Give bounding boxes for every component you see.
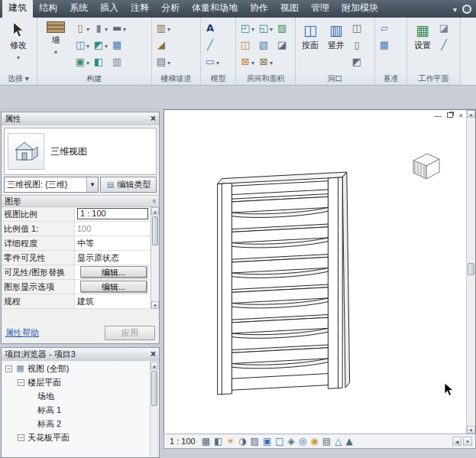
scroll-up-icon[interactable]: ▲ [467, 110, 475, 118]
canvas-horizontal-scrollbar[interactable]: ◀ ▼ [452, 437, 472, 446]
tree-item-level-2[interactable]: 标高 2 [2, 417, 149, 430]
project-browser-header[interactable]: 项目浏览器 - 项目3 × [2, 348, 159, 361]
tab-analyze[interactable]: 分析 [155, 0, 186, 18]
area-boundary-button[interactable] [257, 37, 274, 53]
railing-button[interactable] [154, 20, 171, 36]
modify-button[interactable]: 修改 [2, 20, 34, 62]
curtain-system-button[interactable] [110, 37, 127, 53]
dormer-opening-button[interactable] [350, 54, 364, 70]
scroll-down-corner-icon[interactable]: ▼ [463, 437, 472, 446]
wall-opening-button[interactable] [350, 20, 364, 36]
scroll-down-icon[interactable]: ▼ [467, 426, 475, 434]
vertical-opening-button[interactable] [350, 37, 364, 53]
graphic-display-edit-button[interactable]: 编辑... [80, 281, 147, 292]
model-text-button[interactable] [203, 20, 220, 36]
minimize-icon[interactable]: — [434, 112, 442, 120]
properties-scrollbar[interactable]: ▲ ▼ [151, 207, 159, 309]
temporary-hide-isolate-icon[interactable]: ◎ [299, 436, 306, 447]
wall-button[interactable]: 墙 [40, 20, 72, 57]
graphics-section-header[interactable]: 图形 « [2, 195, 159, 207]
tab-view[interactable]: 视图 [274, 0, 305, 18]
tab-addins[interactable]: 附加模块 [335, 0, 384, 18]
detail-level-icon[interactable]: ▦ [202, 436, 210, 447]
parts-visibility-value[interactable]: 显示原状态 [75, 251, 150, 265]
scroll-up-icon[interactable]: ▲ [151, 207, 159, 215]
tree-item-floor-plans[interactable]: 楼层平面 [2, 375, 149, 389]
detail-level-value[interactable]: 中等 [75, 236, 150, 250]
roof-button[interactable] [92, 37, 108, 53]
show-workplane-button[interactable] [437, 20, 451, 36]
view-scale-input[interactable]: 1 : 100 [77, 208, 148, 219]
apply-button[interactable]: 应用 [105, 326, 155, 340]
tree-expander-icon[interactable] [5, 365, 12, 372]
tab-insert[interactable]: 插入 [94, 0, 125, 18]
tag-area-button[interactable] [257, 54, 274, 70]
analytical-model-icon[interactable]: △ [335, 436, 342, 447]
grid-button[interactable] [377, 37, 391, 53]
ribbon-cycle-chevron-icon[interactable] [453, 4, 457, 15]
room-button[interactable] [238, 20, 255, 36]
visual-style-icon[interactable]: ◧ [214, 436, 222, 447]
tab-manage[interactable]: 管理 [305, 0, 335, 18]
tree-expander-icon[interactable] [18, 434, 24, 441]
color-scheme-button[interactable] [275, 20, 289, 36]
unlocked-3d-view-icon[interactable]: ◈ [288, 436, 295, 447]
scrollbar-thumb[interactable] [152, 216, 158, 245]
scroll-left-icon[interactable]: ◀ [452, 437, 461, 446]
type-selector[interactable]: 三维视图 [4, 128, 157, 175]
workplane-set-button[interactable]: 设置 [410, 20, 436, 51]
floor-button[interactable] [110, 20, 127, 36]
visibility-graphics-edit-button[interactable]: 编辑... [80, 266, 147, 278]
tree-expander-icon[interactable] [18, 379, 24, 386]
tab-collaborate[interactable]: 协作 [244, 0, 274, 18]
properties-header[interactable]: 属性 × [2, 112, 159, 125]
close-icon[interactable]: × [151, 350, 156, 359]
model-line-button[interactable] [203, 37, 220, 53]
shadows-icon[interactable]: ◑ [238, 436, 246, 447]
close-icon[interactable]: × [151, 115, 156, 123]
component-button[interactable] [73, 54, 90, 70]
tree-item-level-1[interactable]: 标高 1 [2, 403, 149, 417]
collapse-section-icon[interactable]: « [150, 199, 157, 203]
viewcube-home-icon[interactable] [407, 150, 444, 182]
help-icon[interactable] [462, 5, 471, 14]
tab-massing-site[interactable]: 体量和场地 [186, 0, 244, 18]
edit-type-button[interactable]: 编辑类型 [100, 177, 157, 193]
window-button[interactable] [73, 37, 90, 53]
mullion-button[interactable] [110, 54, 127, 70]
canvas-vertical-scrollbar[interactable]: ▲ ▼ [466, 110, 475, 434]
scrollbar-thumb[interactable] [468, 263, 474, 275]
show-crop-region-icon[interactable]: □ [275, 436, 283, 447]
ceiling-button[interactable] [92, 54, 108, 70]
column-button[interactable] [92, 20, 108, 36]
tab-annotate[interactable]: 注释 [125, 0, 155, 18]
tab-systems[interactable]: 系统 [63, 0, 94, 18]
scroll-up-icon[interactable]: ▲ [151, 362, 158, 369]
discipline-value[interactable]: 建筑 [75, 294, 150, 308]
level-button[interactable] [377, 20, 391, 36]
room-separator-button[interactable] [238, 37, 255, 53]
door-button[interactable] [73, 20, 90, 36]
stair-button[interactable] [154, 54, 171, 70]
ref-plane-button[interactable] [437, 37, 451, 53]
drawing-area[interactable]: — × [164, 109, 476, 434]
tree-item-views[interactable]: 视图 (全部) [2, 362, 149, 375]
crop-view-icon[interactable]: ▣ [263, 436, 271, 447]
temporary-view-properties-icon[interactable]: ▤ [322, 436, 331, 447]
area-plan-button[interactable] [275, 37, 289, 53]
area-button[interactable] [257, 20, 274, 36]
tab-architecture[interactable]: 建筑 [2, 0, 33, 18]
model-group-button[interactable] [203, 54, 220, 70]
properties-help-link[interactable]: 属性帮助 [5, 327, 39, 339]
scroll-down-icon[interactable]: ▼ [151, 301, 159, 309]
louver-model[interactable] [213, 167, 357, 400]
reveal-hidden-elements-icon[interactable]: ◉ [310, 436, 318, 447]
rendering-dialog-icon[interactable]: ▨ [251, 436, 259, 447]
restore-icon[interactable] [447, 112, 453, 118]
opening-by-face-button[interactable]: 按面 [298, 20, 322, 51]
tree-item-ceiling-plans[interactable]: 天花板平面 [2, 430, 149, 444]
ramp-button[interactable] [154, 37, 171, 53]
shaft-opening-button[interactable]: 竖井 [324, 20, 348, 51]
tree-item-site[interactable]: 场地 [2, 389, 149, 403]
scrollbar-thumb[interactable] [151, 371, 157, 406]
